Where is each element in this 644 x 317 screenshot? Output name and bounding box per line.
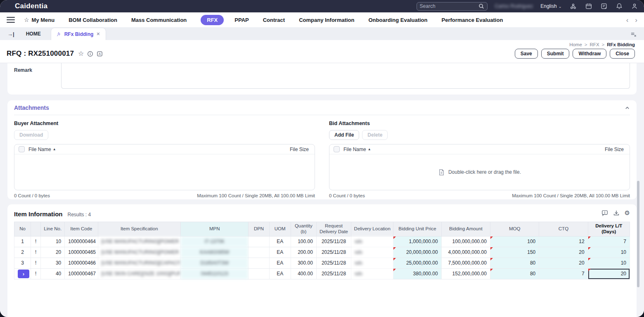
- breadcrumb-rfx[interactable]: RFX: [590, 42, 599, 47]
- menu-item-bom-collaboration[interactable]: BOM Collaboration: [69, 17, 117, 23]
- remark-textarea[interactable]: [61, 63, 630, 89]
- pin-icon[interactable]: [57, 32, 62, 37]
- cell-flag[interactable]: !: [31, 236, 41, 247]
- menu-item-contract[interactable]: Contract: [263, 17, 285, 23]
- file-name-header[interactable]: File Name ▲: [28, 147, 56, 152]
- cell-dpn[interactable]: [249, 236, 269, 247]
- cell-moq[interactable]: 100: [490, 236, 539, 247]
- breadcrumb-home[interactable]: Home: [569, 42, 582, 47]
- menu-item-mass-communication[interactable]: Mass Communication: [131, 17, 187, 23]
- col-request-delivery-date[interactable]: Request Delivery Date: [316, 222, 351, 237]
- file-dropzone[interactable]: Double-click here or drag the file.: [329, 154, 630, 190]
- col-moq[interactable]: MOQ: [490, 222, 539, 237]
- col-delivery-lt[interactable]: Delivery L/T (Days): [588, 222, 630, 237]
- cell-dpn[interactable]: [249, 258, 269, 268]
- col-dpn[interactable]: DPN: [249, 222, 269, 237]
- chevron-left-icon[interactable]: ‹: [626, 17, 629, 24]
- table-row[interactable]: 2 ! 20 1000000465 [USE MANUFACTURING][PO…: [14, 247, 630, 258]
- cell-flag[interactable]: !: [31, 247, 41, 258]
- close-icon[interactable]: ✕: [96, 31, 100, 37]
- menu-item-ppap[interactable]: PPAP: [234, 17, 249, 23]
- cell-delivery-lt[interactable]: 10: [588, 258, 630, 268]
- col-bidding-unit-price[interactable]: Bidding Unit Price: [393, 222, 441, 237]
- col-quantity[interactable]: Quantity (b): [291, 222, 316, 237]
- collapse-sidebar-icon[interactable]: →|: [7, 31, 14, 37]
- menu-item-company-information[interactable]: Company Information: [299, 17, 354, 23]
- cell-dpn[interactable]: [249, 247, 269, 258]
- cell-request-delivery-date: 2025/11/28: [316, 236, 351, 247]
- cell-ctq[interactable]: 20: [539, 247, 588, 258]
- chevron-up-icon[interactable]: [625, 105, 630, 111]
- select-all-checkbox[interactable]: [19, 146, 25, 152]
- menu-item-onboarding-evaluation[interactable]: Onboarding Evaluation: [369, 17, 428, 23]
- tab-home[interactable]: HOME: [26, 31, 41, 37]
- global-search[interactable]: [417, 2, 488, 11]
- withdraw-button[interactable]: Withdraw: [573, 49, 606, 59]
- cell-no-current[interactable]: ›: [14, 268, 31, 279]
- cell-flag[interactable]: !: [31, 268, 41, 279]
- cell-mpn[interactable]: I7-1370K: [181, 236, 249, 247]
- cell-delivery-lt[interactable]: 7: [588, 236, 630, 247]
- download-icon[interactable]: [613, 210, 620, 216]
- table-row-current[interactable]: › ! 40 1000000467 [USE SKIN CARE][SIZE 1…: [14, 268, 630, 279]
- add-file-button[interactable]: Add File: [329, 130, 359, 140]
- col-bidding-amount[interactable]: Bidding Amount: [441, 222, 490, 237]
- cell-delivery-lt-focused[interactable]: 20: [588, 268, 630, 279]
- language-selector[interactable]: English ⌄: [540, 3, 562, 9]
- col-line-no[interactable]: Line No.: [41, 222, 65, 237]
- menu-item-performance-evaluation[interactable]: Performance Evaluation: [442, 17, 503, 23]
- table-row[interactable]: 3 ! 30 1000000466 [USE MANUFACTURING][CA…: [14, 258, 630, 268]
- col-delivery-location[interactable]: Delivery Location: [351, 222, 393, 237]
- menu-item-rfx[interactable]: RFX: [201, 15, 224, 25]
- chevron-right-icon[interactable]: ›: [635, 17, 637, 24]
- org-chart-icon[interactable]: [569, 2, 577, 10]
- tab-rfx-bidding[interactable]: RFx Bidding ✕: [51, 28, 106, 40]
- cell-bidding-unit-price[interactable]: 380,000.00: [393, 268, 441, 279]
- info-icon[interactable]: [87, 51, 93, 57]
- bell-icon[interactable]: [615, 2, 623, 10]
- summary-card-icon[interactable]: A: [97, 51, 103, 57]
- cell-mpn[interactable]: KAA8G085W: [181, 247, 249, 258]
- cell-moq[interactable]: 80: [490, 258, 539, 268]
- cell-delivery-lt[interactable]: 10: [588, 247, 630, 258]
- col-no[interactable]: No: [14, 222, 31, 237]
- cell-mpn[interactable]: 0445110123: [181, 268, 249, 279]
- file-name-header[interactable]: File Name ▲: [343, 147, 371, 152]
- favorite-star-icon[interactable]: ☆: [78, 50, 84, 57]
- col-mpn[interactable]: MPN: [181, 222, 249, 237]
- calendar-icon[interactable]: [585, 2, 592, 10]
- submit-button[interactable]: Submit: [541, 49, 570, 59]
- table-row[interactable]: 1 ! 10 1000000464 [USE MANUFACTURING][PO…: [14, 236, 630, 247]
- cell-ctq[interactable]: 20: [539, 258, 588, 268]
- cell-moq[interactable]: 150: [490, 247, 539, 258]
- menu-item-my-menu[interactable]: ☆ My Menu: [24, 17, 54, 23]
- download-button[interactable]: Download: [14, 130, 48, 140]
- cell-flag[interactable]: !: [31, 258, 41, 268]
- col-item-specification[interactable]: Item Specification: [98, 222, 181, 237]
- vertical-scrollbar[interactable]: [637, 181, 639, 287]
- hamburger-menu-icon[interactable]: [7, 17, 15, 23]
- user-icon[interactable]: [630, 2, 638, 10]
- delete-button[interactable]: Delete: [362, 130, 388, 140]
- cell-ctq[interactable]: 12: [539, 236, 588, 247]
- col-ctq[interactable]: CTQ: [539, 222, 588, 237]
- close-all-tabs-icon[interactable]: [630, 31, 637, 38]
- select-all-checkbox[interactable]: [334, 146, 340, 152]
- cell-dpn[interactable]: [249, 268, 269, 279]
- save-button[interactable]: Save: [515, 49, 538, 59]
- cell-bidding-unit-price[interactable]: 25,000,000.00: [393, 258, 441, 268]
- tooltip-info-icon[interactable]: [601, 210, 608, 216]
- cell-moq[interactable]: 80: [490, 268, 539, 279]
- search-input[interactable]: [420, 3, 478, 9]
- memo-icon[interactable]: [600, 2, 608, 10]
- search-icon[interactable]: [478, 3, 484, 9]
- cell-ctq[interactable]: 7: [539, 268, 588, 279]
- cell-mpn[interactable]: D185A0T3W: [181, 258, 249, 268]
- close-button[interactable]: Close: [610, 49, 635, 59]
- gear-icon[interactable]: ⚙: [625, 209, 630, 217]
- cell-bidding-unit-price[interactable]: 20,000,000.00: [393, 247, 441, 258]
- col-flag[interactable]: [31, 222, 41, 237]
- col-uom[interactable]: UOM: [269, 222, 291, 237]
- col-item-code[interactable]: Item Code: [65, 222, 98, 237]
- cell-bidding-unit-price[interactable]: 1,000,000.00: [393, 236, 441, 247]
